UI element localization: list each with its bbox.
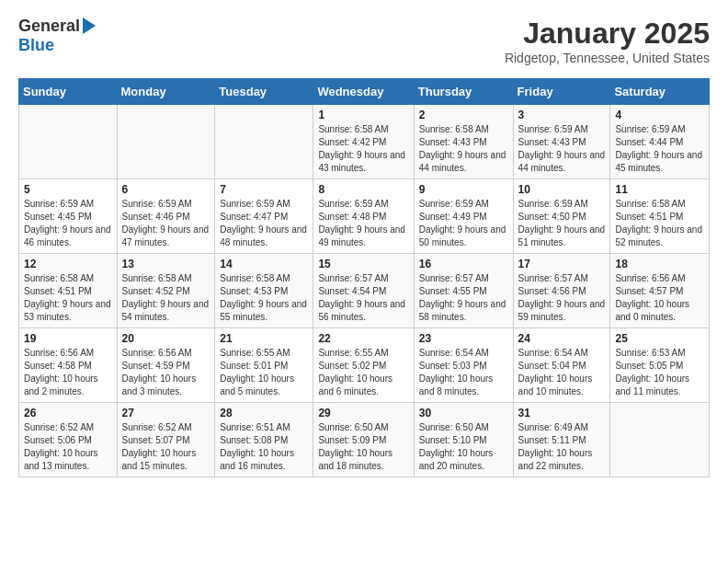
calendar-table: SundayMondayTuesdayWednesdayThursdayFrid… <box>18 78 710 477</box>
day-number: 8 <box>318 183 408 196</box>
day-info: Sunrise: 6:59 AM Sunset: 4:43 PM Dayligh… <box>518 123 606 175</box>
day-number: 4 <box>615 109 704 121</box>
logo-general: General <box>18 17 80 36</box>
day-number: 22 <box>318 332 408 345</box>
day-info: Sunrise: 6:58 AM Sunset: 4:51 PM Dayligh… <box>24 272 112 324</box>
day-number: 10 <box>518 183 606 196</box>
day-number: 29 <box>318 407 408 419</box>
day-info: Sunrise: 6:58 AM Sunset: 4:53 PM Dayligh… <box>220 272 308 324</box>
day-number: 1 <box>318 109 408 121</box>
day-number: 6 <box>122 183 210 196</box>
day-info: Sunrise: 6:50 AM Sunset: 5:09 PM Dayligh… <box>318 421 408 473</box>
day-info: Sunrise: 6:52 AM Sunset: 5:06 PM Dayligh… <box>24 421 112 473</box>
day-number: 21 <box>220 332 308 345</box>
day-info: Sunrise: 6:54 AM Sunset: 5:04 PM Dayligh… <box>518 347 606 398</box>
logo-blue: Blue <box>18 36 54 55</box>
calendar-cell: 28Sunrise: 6:51 AM Sunset: 5:08 PM Dayli… <box>215 403 313 477</box>
location: Ridgetop, Tennessee, United States <box>505 51 710 65</box>
day-info: Sunrise: 6:57 AM Sunset: 4:56 PM Dayligh… <box>518 272 606 324</box>
calendar-cell: 26Sunrise: 6:52 AM Sunset: 5:06 PM Dayli… <box>19 403 118 477</box>
day-info: Sunrise: 6:52 AM Sunset: 5:07 PM Dayligh… <box>122 421 210 473</box>
calendar-cell <box>610 403 710 477</box>
calendar-cell: 30Sunrise: 6:50 AM Sunset: 5:10 PM Dayli… <box>414 403 513 477</box>
day-number: 23 <box>419 332 508 345</box>
calendar-cell: 27Sunrise: 6:52 AM Sunset: 5:07 PM Dayli… <box>117 403 215 477</box>
week-row-3: 12Sunrise: 6:58 AM Sunset: 4:51 PM Dayli… <box>19 254 710 328</box>
day-number: 16 <box>419 258 508 270</box>
calendar-cell: 18Sunrise: 6:56 AM Sunset: 4:57 PM Dayli… <box>610 254 710 328</box>
day-number: 5 <box>24 183 112 196</box>
week-row-4: 19Sunrise: 6:56 AM Sunset: 4:58 PM Dayli… <box>19 328 710 403</box>
calendar-cell: 7Sunrise: 6:59 AM Sunset: 4:47 PM Daylig… <box>215 179 313 254</box>
day-info: Sunrise: 6:57 AM Sunset: 4:55 PM Dayligh… <box>419 272 508 324</box>
day-info: Sunrise: 6:56 AM Sunset: 4:57 PM Dayligh… <box>615 272 704 324</box>
calendar-cell: 23Sunrise: 6:54 AM Sunset: 5:03 PM Dayli… <box>414 328 513 403</box>
header: General Blue January 2025 Ridgetop, Tenn… <box>18 17 710 65</box>
calendar-cell: 29Sunrise: 6:50 AM Sunset: 5:09 PM Dayli… <box>313 403 414 477</box>
calendar-cell: 8Sunrise: 6:59 AM Sunset: 4:48 PM Daylig… <box>313 179 414 254</box>
title-block: January 2025 Ridgetop, Tennessee, United… <box>505 17 710 65</box>
day-info: Sunrise: 6:56 AM Sunset: 4:58 PM Dayligh… <box>24 347 112 398</box>
calendar-cell: 22Sunrise: 6:55 AM Sunset: 5:02 PM Dayli… <box>313 328 414 403</box>
week-row-5: 26Sunrise: 6:52 AM Sunset: 5:06 PM Dayli… <box>19 403 710 477</box>
day-number: 24 <box>518 332 606 345</box>
day-info: Sunrise: 6:59 AM Sunset: 4:45 PM Dayligh… <box>24 198 112 249</box>
day-info: Sunrise: 6:49 AM Sunset: 5:11 PM Dayligh… <box>518 421 606 473</box>
calendar-cell: 13Sunrise: 6:58 AM Sunset: 4:52 PM Dayli… <box>117 254 215 328</box>
day-info: Sunrise: 6:51 AM Sunset: 5:08 PM Dayligh… <box>220 421 308 473</box>
calendar-cell: 20Sunrise: 6:56 AM Sunset: 4:59 PM Dayli… <box>117 328 215 403</box>
header-row: SundayMondayTuesdayWednesdayThursdayFrid… <box>19 79 710 105</box>
week-row-1: 1Sunrise: 6:58 AM Sunset: 4:42 PM Daylig… <box>19 105 710 179</box>
day-number: 2 <box>419 109 508 121</box>
page: General Blue January 2025 Ridgetop, Tenn… <box>0 0 728 494</box>
calendar-cell: 25Sunrise: 6:53 AM Sunset: 5:05 PM Dayli… <box>610 328 710 403</box>
day-number: 12 <box>24 258 112 270</box>
calendar-cell: 9Sunrise: 6:59 AM Sunset: 4:49 PM Daylig… <box>414 179 513 254</box>
day-info: Sunrise: 6:59 AM Sunset: 4:49 PM Dayligh… <box>419 198 508 249</box>
calendar-cell: 17Sunrise: 6:57 AM Sunset: 4:56 PM Dayli… <box>513 254 610 328</box>
day-info: Sunrise: 6:53 AM Sunset: 5:05 PM Dayligh… <box>615 347 704 398</box>
calendar-cell: 11Sunrise: 6:58 AM Sunset: 4:51 PM Dayli… <box>610 179 710 254</box>
day-number: 3 <box>518 109 606 121</box>
calendar-cell: 1Sunrise: 6:58 AM Sunset: 4:42 PM Daylig… <box>313 105 414 179</box>
col-header-wednesday: Wednesday <box>313 79 414 105</box>
day-info: Sunrise: 6:59 AM Sunset: 4:47 PM Dayligh… <box>220 198 308 249</box>
calendar-cell: 31Sunrise: 6:49 AM Sunset: 5:11 PM Dayli… <box>513 403 610 477</box>
day-number: 28 <box>220 407 308 419</box>
calendar-cell: 5Sunrise: 6:59 AM Sunset: 4:45 PM Daylig… <box>19 179 118 254</box>
day-number: 7 <box>220 183 308 196</box>
col-header-tuesday: Tuesday <box>215 79 313 105</box>
day-number: 13 <box>122 258 210 270</box>
day-number: 26 <box>24 407 112 419</box>
day-number: 27 <box>122 407 210 419</box>
calendar-cell: 24Sunrise: 6:54 AM Sunset: 5:04 PM Dayli… <box>513 328 610 403</box>
day-number: 30 <box>419 407 508 419</box>
day-number: 18 <box>615 258 704 270</box>
calendar-cell: 21Sunrise: 6:55 AM Sunset: 5:01 PM Dayli… <box>215 328 313 403</box>
calendar-cell: 12Sunrise: 6:58 AM Sunset: 4:51 PM Dayli… <box>19 254 118 328</box>
day-info: Sunrise: 6:59 AM Sunset: 4:46 PM Dayligh… <box>122 198 210 249</box>
calendar-cell: 4Sunrise: 6:59 AM Sunset: 4:44 PM Daylig… <box>610 105 710 179</box>
day-number: 19 <box>24 332 112 345</box>
day-number: 9 <box>419 183 508 196</box>
day-number: 11 <box>615 183 704 196</box>
day-info: Sunrise: 6:59 AM Sunset: 4:44 PM Dayligh… <box>615 123 704 175</box>
calendar-cell: 19Sunrise: 6:56 AM Sunset: 4:58 PM Dayli… <box>19 328 118 403</box>
day-info: Sunrise: 6:54 AM Sunset: 5:03 PM Dayligh… <box>419 347 508 398</box>
day-info: Sunrise: 6:59 AM Sunset: 4:48 PM Dayligh… <box>318 198 408 249</box>
day-info: Sunrise: 6:56 AM Sunset: 4:59 PM Dayligh… <box>122 347 210 398</box>
day-number: 25 <box>615 332 704 345</box>
day-info: Sunrise: 6:55 AM Sunset: 5:01 PM Dayligh… <box>220 347 308 398</box>
day-number: 20 <box>122 332 210 345</box>
day-info: Sunrise: 6:58 AM Sunset: 4:42 PM Dayligh… <box>318 123 408 175</box>
day-info: Sunrise: 6:55 AM Sunset: 5:02 PM Dayligh… <box>318 347 408 398</box>
calendar-cell: 3Sunrise: 6:59 AM Sunset: 4:43 PM Daylig… <box>513 105 610 179</box>
day-info: Sunrise: 6:58 AM Sunset: 4:52 PM Dayligh… <box>122 272 210 324</box>
col-header-saturday: Saturday <box>610 79 710 105</box>
calendar-cell: 2Sunrise: 6:58 AM Sunset: 4:43 PM Daylig… <box>414 105 513 179</box>
calendar-cell <box>117 105 215 179</box>
day-info: Sunrise: 6:58 AM Sunset: 4:43 PM Dayligh… <box>419 123 508 175</box>
day-number: 17 <box>518 258 606 270</box>
day-number: 31 <box>518 407 606 419</box>
day-info: Sunrise: 6:50 AM Sunset: 5:10 PM Dayligh… <box>419 421 508 473</box>
